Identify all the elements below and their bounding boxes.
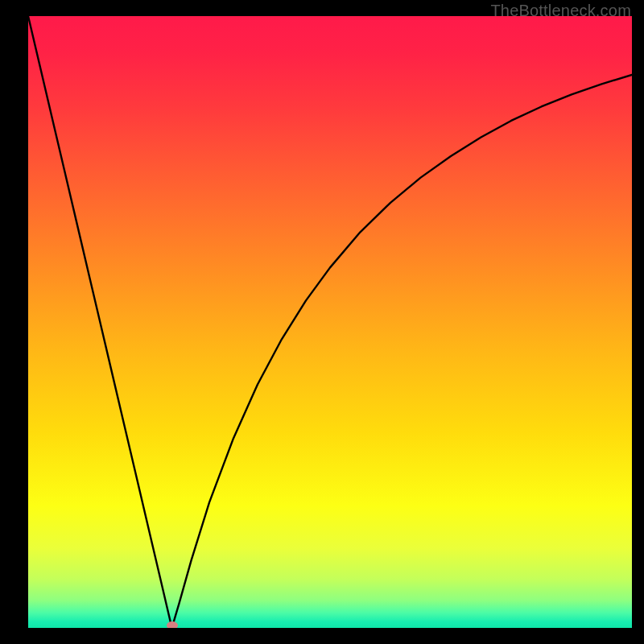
plot-area xyxy=(28,16,632,628)
watermark-text: TheBottleneck.com xyxy=(490,2,631,20)
optimal-point-marker xyxy=(167,621,178,628)
chart-frame: TheBottleneck.com xyxy=(0,0,644,644)
bottleneck-curve xyxy=(28,16,632,628)
